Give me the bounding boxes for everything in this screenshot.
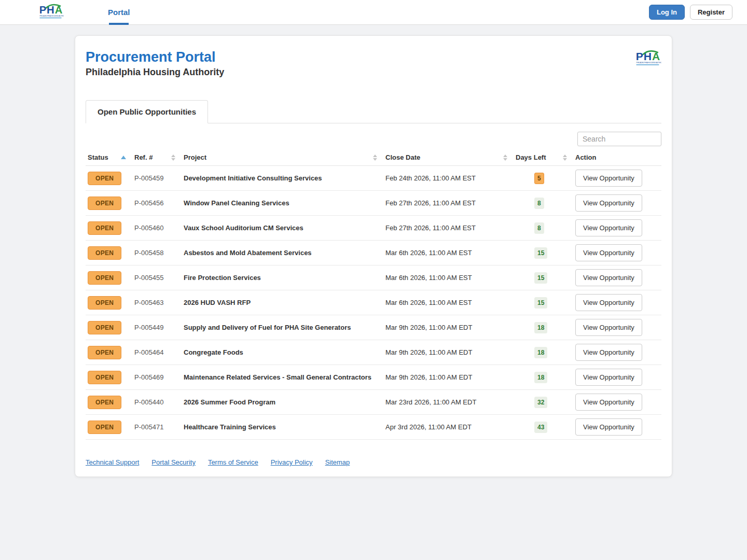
days-left-cell: 18 [514,315,573,340]
sort-icon [563,155,567,161]
action-cell: View Opportunity [573,265,661,290]
table-header-row: Status Ref. # Project [86,149,661,166]
days-left-cell: 18 [514,340,573,365]
status-cell: OPEN [86,365,132,390]
ref-cell: P-005469 [132,365,182,390]
close-date-cell: Feb 27th 2026, 11:00 AM EST [383,216,514,241]
table-row: OPEN P-005458 Asbestos and Mold Abatemen… [86,241,661,265]
table-row: OPEN P-005464 Congregate Foods Mar 9th 2… [86,340,661,365]
project-cell: 2026 HUD VASH RFP [182,290,383,315]
footer-link-sitemap[interactable]: Sitemap [325,458,350,466]
status-cell: OPEN [86,216,132,241]
view-opportunity-button[interactable]: View Opportunity [575,369,642,386]
project-cell: Congregate Foods [182,340,383,365]
table-row: OPEN P-005469 Maintenance Related Servic… [86,365,661,390]
view-opportunity-button[interactable]: View Opportunity [575,194,642,212]
column-header-close-date[interactable]: Close Date [383,149,514,166]
ref-cell: P-005459 [132,166,182,191]
view-opportunity-button[interactable]: View Opportunity [575,219,642,236]
close-date-cell: Mar 9th 2026, 11:00 AM EDT [383,365,514,390]
project-cell: Window Panel Cleaning Services [182,191,383,216]
close-date-cell: Feb 27th 2026, 11:00 AM EST [383,191,514,216]
column-header-action: Action [573,149,661,166]
footer-link-privacy-policy[interactable]: Privacy Policy [271,458,313,466]
status-badge: OPEN [88,371,121,384]
project-cell: Healthcare Training Services [182,415,383,440]
status-badge: OPEN [88,396,121,409]
column-header-days-left[interactable]: Days Left [514,149,573,166]
status-badge: OPEN [88,321,121,334]
footer-link-technical-support[interactable]: Technical Support [86,458,139,466]
status-cell: OPEN [86,315,132,340]
action-cell: View Opportunity [573,315,661,340]
footer-link-terms-of-service[interactable]: Terms of Service [208,458,258,466]
view-opportunity-button[interactable]: View Opportunity [575,418,642,436]
ref-cell: P-005455 [132,265,182,290]
table-row: OPEN P-005463 2026 HUD VASH RFP Mar 6th … [86,290,661,315]
view-opportunity-button[interactable]: View Opportunity [575,394,642,411]
view-opportunity-button[interactable]: View Opportunity [575,344,642,361]
view-opportunity-button[interactable]: View Opportunity [575,319,642,336]
project-cell: Maintenance Related Services - Small Gen… [182,365,383,390]
ref-cell: P-005460 [132,216,182,241]
ref-cell: P-005464 [132,340,182,365]
opportunities-tbody: OPEN P-005459 Development Initiative Con… [86,166,661,440]
svg-text:P: P [39,4,47,16]
column-header-status[interactable]: Status [86,149,132,166]
pha-logo[interactable]: P H A PHILADELPHIA HOUSING AUTHORITY [39,3,64,22]
card-header: Procurement Portal Philadelphia Housing … [86,49,661,78]
navbar-actions: Log In Register [649,5,732,20]
status-cell: OPEN [86,191,132,216]
svg-text:PHILADELPHIA HOUSING AUTHORITY: PHILADELPHIA HOUSING AUTHORITY [637,62,661,64]
table-row: OPEN P-005471 Healthcare Training Servic… [86,415,661,440]
status-cell: OPEN [86,290,132,315]
status-cell: OPEN [86,390,132,415]
tab-bar: Open Public Opportunities [86,100,661,123]
search-input[interactable] [577,132,661,146]
close-date-cell: Mar 6th 2026, 11:00 AM EST [383,265,514,290]
status-cell: OPEN [86,241,132,265]
tab-open-public-opportunities[interactable]: Open Public Opportunities [86,100,208,123]
days-left-badge: 15 [534,297,547,309]
page-title: Procurement Portal [86,49,224,65]
status-badge: OPEN [88,246,121,260]
close-date-cell: Mar 6th 2026, 11:00 AM EST [383,290,514,315]
navbar: P H A PHILADELPHIA HOUSING AUTHORITY Por… [0,0,747,25]
status-badge: OPEN [88,197,121,210]
action-cell: View Opportunity [573,340,661,365]
days-left-badge: 5 [534,173,544,184]
ref-cell: P-005440 [132,390,182,415]
login-button[interactable]: Log In [649,5,685,20]
view-opportunity-button[interactable]: View Opportunity [575,294,642,311]
page-subtitle: Philadelphia Housing Authority [86,67,224,78]
days-left-cell: 8 [514,191,573,216]
status-badge: OPEN [88,346,121,359]
table-row: OPEN P-005459 Development Initiative Con… [86,166,661,191]
view-opportunity-button[interactable]: View Opportunity [575,170,642,187]
nav-item-portal[interactable]: Portal [108,0,130,25]
days-left-cell: 15 [514,265,573,290]
table-row: OPEN P-005456 Window Panel Cleaning Serv… [86,191,661,216]
action-cell: View Opportunity [573,415,661,440]
close-date-cell: Apr 3rd 2026, 11:00 AM EDT [383,415,514,440]
days-left-cell: 43 [514,415,573,440]
page-heading: Procurement Portal Philadelphia Housing … [86,49,224,78]
action-cell: View Opportunity [573,290,661,315]
column-header-ref[interactable]: Ref. # [132,149,182,166]
view-opportunity-button[interactable]: View Opportunity [575,244,642,261]
close-date-cell: Mar 9th 2026, 11:00 AM EDT [383,315,514,340]
register-button[interactable]: Register [690,5,732,20]
days-left-badge: 43 [534,422,547,433]
view-opportunity-button[interactable]: View Opportunity [575,269,642,286]
days-left-badge: 8 [534,198,544,209]
table-row: OPEN P-005460 Vaux School Auditorium CM … [86,216,661,241]
column-header-project[interactable]: Project [182,149,383,166]
status-cell: OPEN [86,265,132,290]
footer-link-portal-security[interactable]: Portal Security [151,458,196,466]
close-date-cell: Mar 6th 2026, 11:00 AM EST [383,241,514,265]
svg-text:P: P [636,50,643,62]
status-cell: OPEN [86,415,132,440]
project-cell: 2026 Summer Food Program [182,390,383,415]
days-left-cell: 5 [514,166,573,191]
action-cell: View Opportunity [573,216,661,241]
